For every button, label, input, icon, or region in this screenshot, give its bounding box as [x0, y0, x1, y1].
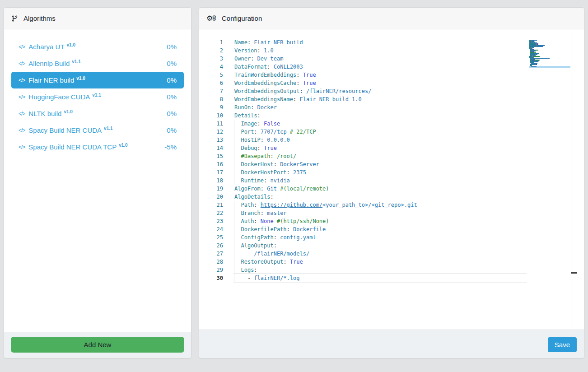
code-line[interactable]: 21 Path: https://github.com/<your_path_t… [199, 201, 584, 209]
algorithm-percent: 0% [167, 60, 177, 67]
algorithm-item[interactable]: </>Flair NER buildv1.00% [11, 72, 184, 88]
code-line[interactable]: 12 Port: 7707/tcp # 22/TCP [199, 128, 584, 136]
code-line[interactable]: 10Details: [199, 112, 584, 120]
minimap-line [529, 66, 570, 68]
indent-guide [234, 144, 234, 152]
code-line[interactable]: 13 HostIP: 0.0.0.0 [199, 136, 584, 144]
line-number: 1 [199, 38, 223, 46]
code-line[interactable]: 17 DockerHostPort: 2375 [199, 168, 584, 177]
line-content: Details: [234, 112, 261, 120]
code-line[interactable]: 6WordEmbeddingsCache: True [199, 79, 584, 87]
code-line[interactable]: 22 Branch: master [199, 209, 584, 217]
line-number: 11 [199, 120, 223, 128]
algorithm-item[interactable]: </>Acharya UTv1.00% [11, 38, 184, 55]
configuration-header: ⚙⚙⚙ Configuration [199, 8, 584, 29]
line-number: 18 [199, 177, 223, 185]
minimap[interactable] [529, 40, 570, 68]
line-number: 13 [199, 136, 223, 144]
code-line[interactable]: 27 - /flairNER/models/ [199, 250, 584, 258]
overview-ruler [571, 29, 571, 330]
code-icon: </> [19, 94, 25, 100]
code-line[interactable]: 20AlgoDetails: [199, 193, 584, 201]
line-content: AlgoDetails: [234, 193, 274, 201]
code-icon: </> [19, 111, 25, 117]
algorithm-version: v1.1 [104, 126, 112, 131]
code-line[interactable]: 9RunOn: Docker [199, 103, 584, 112]
line-content: Name: Flair NER build [234, 38, 303, 46]
line-number: 14 [199, 144, 223, 152]
code-line[interactable]: 15 #Basepath: /root/ [199, 152, 584, 160]
code-line[interactable]: 19AlgoFrom: Git #(local/remote) [199, 185, 584, 193]
algorithm-item[interactable]: </>Spacy Build NER CUDA TCPv1.0-5% [11, 139, 184, 155]
line-number: 9 [199, 103, 223, 112]
algorithm-item[interactable]: </>Spacy Build NER CUDAv1.10% [11, 122, 184, 139]
code-line[interactable]: 4DataFormat: CoNLL2003 [199, 63, 584, 71]
code-line[interactable]: 28 RestoreOutput: True [199, 258, 584, 266]
line-content: Runtime: nvidia [234, 177, 290, 185]
line-content: #Basepath: /root/ [234, 152, 296, 160]
algorithm-version: v1.0 [67, 42, 75, 47]
code-line[interactable]: 1Name: Flair NER build [199, 38, 584, 46]
algorithm-version: v1.0 [76, 76, 85, 81]
algorithm-version: v1.1 [92, 93, 101, 98]
line-number: 24 [199, 225, 223, 233]
code-line[interactable]: 26 AlgoOutput: [199, 242, 584, 250]
algorithm-percent: 0% [167, 76, 177, 84]
line-number: 25 [199, 233, 223, 242]
line-content: Auth: None #(http/ssh/None) [234, 217, 329, 225]
algorithm-percent: -5% [164, 143, 177, 151]
indent-guide [234, 201, 234, 209]
line-content: Port: 7707/tcp # 22/TCP [234, 128, 316, 136]
code-line[interactable]: 2Version: 1.0 [199, 46, 584, 55]
algorithm-item[interactable]: </>NLTK buildv1.00% [11, 105, 184, 122]
line-content: AlgoOutput: [234, 242, 277, 250]
algorithm-name: HuggingFace CUDA [28, 93, 90, 101]
code-line[interactable]: 25 ConfigPath: config.yaml [199, 233, 584, 242]
code-line[interactable]: 5TrainWordEmbeddings: True [199, 71, 584, 79]
code-line[interactable]: 14 Debug: True [199, 144, 584, 152]
code-area[interactable]: 1Name: Flair NER build2Version: 1.03Owne… [199, 29, 584, 282]
save-button[interactable]: Save [548, 337, 577, 352]
code-line[interactable]: 18 Runtime: nvidia [199, 177, 584, 185]
indent-guide [234, 274, 234, 282]
code-line[interactable]: 24 DockerfilePath: Dockerfile [199, 225, 584, 233]
line-number: 26 [199, 242, 223, 250]
code-icon: </> [19, 60, 25, 67]
algorithm-item[interactable]: </>Allennlp Buildv1.10% [11, 55, 184, 72]
line-number: 7 [199, 87, 223, 95]
line-number: 27 [199, 250, 223, 258]
algorithm-item[interactable]: </>HuggingFace CUDAv1.10% [11, 88, 184, 105]
code-line[interactable]: 23 Auth: None #(http/ssh/None) [199, 217, 584, 225]
line-number: 23 [199, 217, 223, 225]
algorithm-name: Spacy Build NER CUDA TCP [28, 143, 117, 151]
configuration-title: Configuration [222, 14, 262, 22]
line-number: 16 [199, 160, 223, 168]
gears-icon: ⚙⚙⚙ [206, 14, 216, 23]
code-line[interactable]: 16 DockerHost: DockerServer [199, 160, 584, 168]
code-line[interactable]: 7WordEmbeddingsOutput: /flairNER/resourc… [199, 87, 584, 95]
configuration-footer: Save [199, 330, 584, 358]
algorithm-name: Allennlp Build [28, 60, 70, 67]
code-line[interactable]: 30 - flairNER/*.log [199, 274, 584, 282]
code-line[interactable]: 3Owner: Dev team [199, 55, 584, 63]
line-content: Image: False [234, 120, 280, 128]
algorithm-percent: 0% [167, 110, 177, 117]
add-new-button[interactable]: Add New [11, 337, 184, 353]
line-number: 28 [199, 258, 223, 266]
line-content: DockerHost: DockerServer [234, 160, 319, 168]
line-content: RunOn: Docker [234, 103, 277, 112]
git-branch-icon [11, 15, 18, 22]
indent-guide [234, 225, 234, 233]
indent-guide [234, 160, 234, 168]
code-line[interactable]: 8WordEmbeddingsName: Flair NER build 1.0 [199, 95, 584, 103]
config-editor[interactable]: 1Name: Flair NER build2Version: 1.03Owne… [199, 29, 584, 330]
code-line[interactable]: 29 Logs: [199, 266, 584, 274]
line-number: 4 [199, 63, 223, 71]
line-content: HostIP: 0.0.0.0 [234, 136, 290, 144]
algorithms-header: Algorithms [4, 8, 191, 29]
algorithm-name: Acharya UT [28, 43, 64, 51]
line-number: 22 [199, 209, 223, 217]
indent-guide [234, 128, 234, 136]
code-line[interactable]: 11 Image: False [199, 120, 584, 128]
indent-guide [234, 152, 234, 160]
